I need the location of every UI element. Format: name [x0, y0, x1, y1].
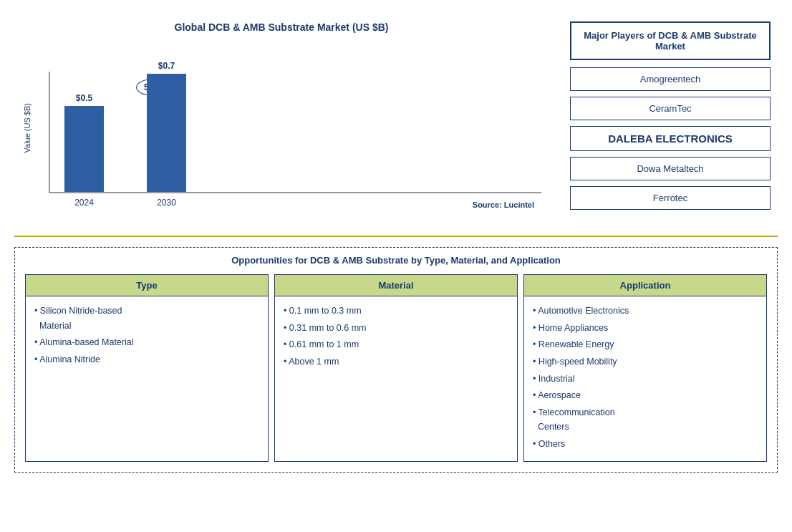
app-item-4: • High-speed Mobility: [533, 354, 758, 369]
player-dowa: Dowa Metaltech: [570, 157, 771, 180]
bar-2030-year: 2030: [157, 198, 176, 208]
material-item-2: • 0.31 mm to 0.6 mm: [284, 321, 508, 336]
opportunities-section: Opportunities for DCB & AMB Substrate by…: [14, 247, 778, 473]
bar-2030-value: $0.7: [158, 61, 175, 71]
app-item-7: • Telecommunication Centers: [533, 405, 758, 435]
material-column-header: Material: [275, 275, 517, 296]
player-ceramtec: CeramTec: [570, 97, 771, 120]
app-item-3: • Renewable Energy: [533, 337, 758, 352]
chart-title: Global DCB & AMB Substrate Market (US $B…: [21, 21, 541, 33]
application-column-header: Application: [524, 275, 766, 296]
app-item-5: • Industrial: [533, 372, 758, 387]
application-column-body: • Automotive Electronics • Home Applianc…: [524, 296, 766, 461]
players-title: Major Players of DCB & AMB Substrate Mar…: [570, 21, 771, 60]
type-column-body: • Silicon Nitride-based Material • Alumi…: [26, 296, 268, 377]
app-item-8: • Others: [533, 437, 758, 452]
bar-2024-value: $0.5: [76, 93, 92, 103]
type-item-3: • Alumina Nitride: [34, 352, 259, 367]
chart-source: Source: Lucintel: [21, 200, 541, 209]
player-amogreentech: Amogreentech: [570, 67, 771, 91]
material-item-3: • 0.61 mm to 1 mm: [284, 337, 508, 352]
bar-2024-rect: [64, 106, 104, 192]
bar-2024: $0.5 2024: [64, 93, 104, 192]
application-column: Application • Automotive Electronics • H…: [523, 274, 767, 462]
type-item-1: • Silicon Nitride-based Material: [34, 304, 259, 333]
bar-2030-rect: [147, 74, 186, 192]
app-item-2: • Home Appliances: [533, 321, 758, 336]
material-item-4: • Above 1 mm: [284, 354, 508, 369]
type-column-header: Type: [26, 275, 268, 296]
player-daleba: DALEBA ELECTRONICS: [570, 126, 771, 151]
app-item-1: • Automotive Electronics: [533, 304, 758, 319]
type-column: Type • Silicon Nitride-based Material • …: [25, 274, 269, 462]
type-item-2: • Alumina-based Material: [34, 335, 259, 350]
material-item-1: • 0.1 mm to 0.3 mm: [284, 304, 508, 319]
player-ferrotec: Ferrotec: [570, 186, 771, 210]
bar-2024-year: 2024: [74, 198, 94, 208]
app-item-6: • Aerospace: [533, 388, 758, 403]
chart-bars-area: 5.0% → $0.5 2024 $0.7 2030: [49, 72, 541, 193]
y-axis-label: Value (US $B): [23, 103, 32, 153]
material-column: Material • 0.1 mm to 0.3 mm • 0.31 mm to…: [274, 274, 518, 462]
material-column-body: • 0.1 mm to 0.3 mm • 0.31 mm to 0.6 mm •…: [275, 296, 517, 379]
bar-2030: $0.7 2030: [147, 61, 186, 192]
section-divider: [14, 236, 778, 237]
major-players-panel: Major Players of DCB & AMB Substrate Mar…: [563, 14, 778, 223]
opportunities-columns: Type • Silicon Nitride-based Material • …: [25, 274, 767, 462]
opportunities-title: Opportunities for DCB & AMB Substrate by…: [25, 255, 767, 266]
